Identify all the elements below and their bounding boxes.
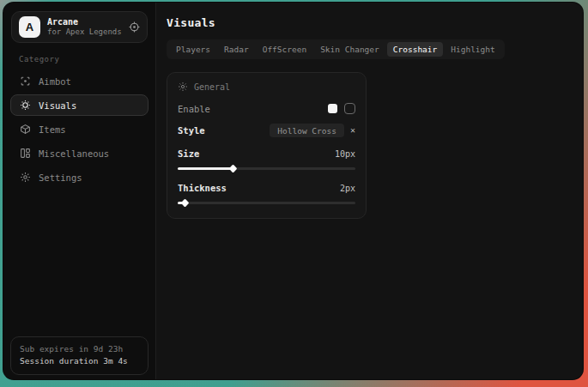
brand-name: Arcane xyxy=(47,17,122,28)
sub-expires-text: Sub expires in 9d 23h xyxy=(20,343,139,355)
sidebar-item-settings[interactable]: Settings xyxy=(10,166,149,188)
style-controls: Hollow Cross ✕ xyxy=(270,124,355,137)
page-title: Visuals xyxy=(167,16,583,29)
category-label: Category xyxy=(19,55,155,63)
main-panel: Visuals Players Radar OffScreen Skin Cha… xyxy=(156,3,583,379)
visuals-tabbar: Players Radar OffScreen Skin Changer Cro… xyxy=(167,39,505,59)
general-card: General Enable Style Hollow Cross ✕ Size… xyxy=(167,72,367,219)
size-row: Size 10px xyxy=(178,148,355,159)
gear-icon xyxy=(20,172,31,183)
sidebar-nav: Aimbot Visuals xyxy=(3,70,155,188)
size-label: Size xyxy=(178,148,199,159)
sidebar-item-label: Items xyxy=(39,124,66,135)
sidebar-item-label: Visuals xyxy=(39,100,76,111)
tab-skin-changer[interactable]: Skin Changer xyxy=(314,42,385,57)
sidebar-item-label: Miscellaneous xyxy=(39,148,109,159)
sidebar-item-label: Settings xyxy=(39,172,82,183)
tab-highlight[interactable]: Highlight xyxy=(445,42,500,57)
brand-text: Arcane for Apex Legends xyxy=(47,17,122,38)
sidebar-item-miscellaneous[interactable]: Miscellaneous xyxy=(10,142,149,164)
items-icon xyxy=(20,124,31,135)
brand-card: A Arcane for Apex Legends xyxy=(11,11,148,43)
sidebar-item-aimbot[interactable]: Aimbot xyxy=(10,70,149,92)
misc-grid-icon xyxy=(20,148,31,159)
tab-radar[interactable]: Radar xyxy=(218,42,255,57)
subscription-info-card: Sub expires in 9d 23h Session duration 3… xyxy=(10,336,149,376)
sidebar-item-visuals[interactable]: Visuals xyxy=(10,94,149,116)
size-slider-fill xyxy=(178,167,233,170)
thickness-row: Thickness 2px xyxy=(178,183,355,193)
enable-controls xyxy=(328,103,355,114)
thickness-slider[interactable] xyxy=(178,200,355,206)
size-slider[interactable] xyxy=(178,166,355,172)
thickness-value: 2px xyxy=(340,184,355,193)
target-icon[interactable] xyxy=(129,21,140,33)
size-value: 10px xyxy=(335,149,355,159)
style-select[interactable]: Hollow Cross xyxy=(270,124,344,137)
enable-row: Enable xyxy=(178,103,355,114)
sidebar: A Arcane for Apex Legends Category xyxy=(3,3,156,379)
thickness-label: Thickness xyxy=(178,183,227,193)
avatar: A xyxy=(19,16,40,38)
enable-checkbox[interactable] xyxy=(344,103,355,114)
tab-offscreen[interactable]: OffScreen xyxy=(257,42,312,57)
sidebar-item-label: Aimbot xyxy=(39,76,71,87)
session-duration-text: Session duration 3m 4s xyxy=(20,355,139,367)
size-slider-thumb[interactable] xyxy=(229,165,238,173)
style-remove-icon[interactable]: ✕ xyxy=(350,126,355,135)
thickness-slider-thumb[interactable] xyxy=(181,199,190,208)
tab-crosshair[interactable]: Crosshair xyxy=(387,42,443,57)
app-window: A Arcane for Apex Legends Category xyxy=(3,3,583,379)
color-swatch[interactable] xyxy=(328,104,337,113)
general-card-header: General xyxy=(178,82,355,92)
general-card-title: General xyxy=(194,82,230,92)
general-gear-icon xyxy=(178,82,188,92)
sidebar-item-items[interactable]: Items xyxy=(10,118,149,140)
tab-players[interactable]: Players xyxy=(170,42,216,57)
style-label: Style xyxy=(178,125,205,136)
thickness-slider-track xyxy=(178,202,355,204)
visuals-icon xyxy=(20,100,31,111)
brand-subtitle: for Apex Legends xyxy=(47,27,122,37)
aimbot-icon xyxy=(20,76,31,87)
style-row: Style Hollow Cross ✕ xyxy=(178,124,355,137)
enable-label: Enable xyxy=(178,104,210,114)
